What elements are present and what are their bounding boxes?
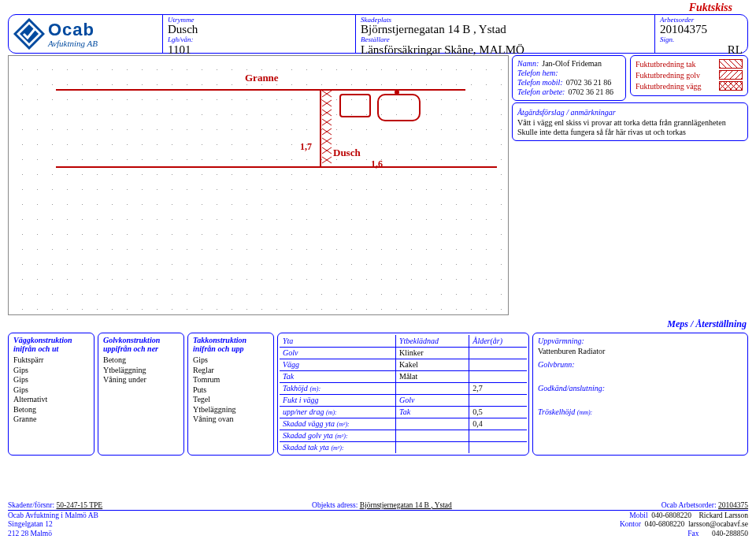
tak-item: Ytbeläggning: [193, 405, 269, 415]
tak-item: Puts: [193, 385, 269, 396]
th-ytb: Ytbeklädnad: [395, 335, 469, 347]
tak-item: Tomrum: [193, 375, 269, 385]
sketch-wall-top: [56, 89, 465, 91]
logo: Ocab Avfuktning AB: [9, 15, 162, 53]
arb-label: Ocab Arbetsorder:: [662, 501, 717, 509]
telmob-value: 0702 36 21 86: [566, 78, 612, 87]
tak-h1: Takkonstruktion: [193, 336, 246, 344]
header-col-1: UtrymmeDusch Lgh/vån:1101: [162, 15, 355, 53]
sketch-wall-vert: [320, 89, 321, 166]
godkand-label: Godkänd/anslutning:: [538, 384, 743, 392]
vagg-item: Granne: [13, 415, 89, 425]
telarb-value: 0702 36 21 86: [568, 87, 613, 96]
comp-1: Ocab Avfuktning i Malmö AB: [8, 511, 98, 520]
lgh-label: Lgh/vån:: [168, 36, 350, 43]
tak-item: Tegel: [193, 395, 269, 405]
legend-tak: Fuktutbredning tak: [636, 60, 695, 69]
golv-item: Betong: [103, 355, 179, 366]
legend-vagg: Fuktutbredning vägg: [636, 82, 702, 91]
header-col-3: Arbetsorder20104375 Sign.RL: [654, 15, 747, 53]
atg-text-1: Vått i vägg enl skiss vi provar att tork…: [517, 118, 743, 128]
namn-label: Namn:: [517, 59, 539, 68]
sketch-fixture-1: [339, 94, 371, 117]
lower-section: Väggkonstruktioninifrån och ut Fuktspärr…: [8, 333, 748, 456]
tak-col: Takkonstruktioninifrån och upp Gips Regl…: [187, 333, 274, 456]
telmob-label: Telefon mobil:: [517, 78, 563, 87]
sketch-label-granne: Granne: [245, 72, 279, 84]
golvbrunn-label: Golvbrunn:: [538, 360, 743, 369]
r-fukt: Fukt i vägg: [280, 394, 395, 406]
th-alder: Ålder(år): [469, 335, 527, 347]
footer: Skadenr/försnr: 50-247-15 TPE Objekts ad…: [8, 501, 748, 538]
v-golv: Klinker: [395, 347, 469, 359]
skad-value: 50-247-15 TPE: [56, 501, 102, 509]
v-upp-tak: Tak: [395, 406, 469, 418]
vagg-h2: inifrån och ut: [13, 344, 58, 353]
lgh-value: 1101: [168, 44, 350, 57]
r-takh: Takhöjd (m):: [280, 382, 395, 394]
comp-2: Singelgatan 12: [8, 520, 98, 529]
arb-value: 20104375: [718, 501, 748, 509]
vagg-item: Fuktspärr: [13, 355, 89, 366]
swatch-tak-icon: [719, 59, 743, 69]
tak-item: Våning ovan: [193, 415, 269, 425]
sketch-hatch: [322, 91, 332, 166]
vagg-item: Gips: [13, 385, 89, 396]
svg-rect-2: [322, 91, 332, 166]
email: larsson@ocabavf.se: [688, 520, 748, 528]
sketch-dim-1: 1,7: [300, 141, 312, 153]
r-golv: Golv: [280, 347, 395, 359]
fax-label: Fax: [687, 530, 699, 537]
golv-h1: Golvkonstruktion: [103, 336, 160, 344]
skadeplats-value: Björnstjernegatan 14 B , Ystad: [361, 24, 650, 36]
telarb-label: Telefon arbete:: [517, 87, 565, 96]
vagg-item: Betong: [13, 405, 89, 415]
swatch-vagg-icon: [719, 81, 743, 91]
v-vagg: Kakel: [395, 359, 469, 370]
vagg-item: Gips: [13, 375, 89, 385]
th-yta: Yta: [280, 335, 395, 347]
troskel-label: Tröskelhöjd (mm):: [538, 407, 743, 416]
fax-value: 040-288850: [712, 530, 748, 537]
golv-item: Våning under: [103, 375, 179, 385]
meps-label: Meps / Återställning: [667, 318, 747, 330]
kon-label: Kontor: [620, 520, 641, 528]
person: Rickard Larsson: [699, 511, 748, 519]
vagg-item: Alternativt: [13, 395, 89, 405]
vagg-h1: Väggkonstruktion: [13, 336, 72, 344]
v-tak: Målat: [395, 370, 469, 382]
obj-label: Objekts adress:: [312, 501, 358, 509]
contact-box: Namn:Jan-Olof Frideman Telefon hem: Tele…: [512, 55, 626, 101]
tak-item: Reglar: [193, 366, 269, 376]
sketch-label-dusch: Dusch: [333, 147, 361, 159]
sketch-dim-2: 1,6: [371, 158, 383, 170]
legend-box: Fuktutbredning tak Fuktutbredning golv F…: [630, 55, 748, 96]
header-col-2: SkadeplatsBjörnstjernegatan 14 B , Ystad…: [355, 15, 654, 53]
logo-sub: Avfuktning AB: [48, 39, 98, 48]
r-skg: Skadad golv yta (m²):: [280, 430, 395, 441]
skad-label: Skadenr/försnr:: [8, 501, 54, 509]
sketch-wall-bottom: [56, 166, 497, 168]
vagg-col: Väggkonstruktioninifrån och ut Fuktspärr…: [8, 333, 94, 456]
atg-header: Åtgärdsförslag / anmärkningar: [517, 108, 743, 117]
tak-item: Gips: [193, 355, 269, 366]
v-skv: 0,4: [469, 418, 527, 430]
r-upp: upp/ner drag (m):: [280, 406, 395, 418]
doc-title: Fuktskiss: [689, 2, 732, 14]
atg-text-2: Skulle inte detta fungera så får här riv…: [517, 128, 743, 137]
yta-table: YtaYtbeklädnadÅlder(år) GolvKlinker Vägg…: [277, 333, 529, 456]
logo-name: Ocab: [48, 20, 98, 40]
r-vagg: Vägg: [280, 359, 395, 370]
r-skt: Skadad tak yta (m²):: [280, 441, 395, 453]
legend-golv: Fuktutbredning golv: [636, 71, 700, 80]
arbetsorder-value: 20104375: [660, 24, 743, 36]
sketch-fixture-2: [377, 94, 421, 121]
r-skv: Skadad vägg yta (m²):: [280, 418, 395, 430]
golv-item: Ytbeläggning: [103, 366, 179, 376]
swatch-golv-icon: [719, 70, 743, 80]
uppv-value: Vattenburen Radiator: [538, 347, 743, 355]
obj-value: Björnstjernegatan 14 B , Ystad: [360, 501, 452, 509]
logo-icon: [13, 18, 45, 50]
golv-col: Golvkonstruktionuppifrån och ner Betong …: [98, 333, 184, 456]
mob-value: 040-6808220: [651, 511, 691, 519]
